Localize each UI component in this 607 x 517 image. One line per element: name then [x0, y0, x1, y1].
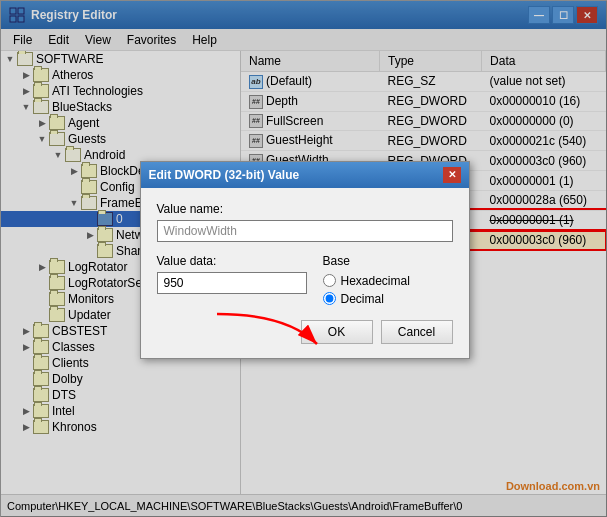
value-data-label: Value data:: [157, 254, 307, 268]
edit-dword-dialog: Edit DWORD (32-bit) Value ✕ Value name: …: [140, 161, 470, 359]
dialog-buttons: OK Cancel: [157, 316, 453, 348]
value-name-display: WindowWidth: [157, 220, 453, 242]
dialog-data-row: Value data: Base Hexadecimal: [157, 254, 453, 306]
dialog-close-button[interactable]: ✕: [443, 167, 461, 183]
hex-radio[interactable]: [323, 274, 336, 287]
dialog-title-bar: Edit DWORD (32-bit) Value ✕: [141, 162, 469, 188]
ok-button[interactable]: OK: [301, 320, 373, 344]
dec-radio[interactable]: [323, 292, 336, 305]
dialog-data-col: Value data:: [157, 254, 307, 294]
base-label: Base: [323, 254, 453, 268]
dialog-title: Edit DWORD (32-bit) Value: [149, 168, 300, 182]
value-data-input[interactable]: [157, 272, 307, 294]
base-radio-group: Hexadecimal Decimal: [323, 274, 453, 306]
cancel-button[interactable]: Cancel: [381, 320, 453, 344]
dialog-body: Value name: WindowWidth Value data: Base…: [141, 188, 469, 358]
value-name-label: Value name:: [157, 202, 453, 216]
hex-label: Hexadecimal: [341, 274, 410, 288]
dialog-overlay: Edit DWORD (32-bit) Value ✕ Value name: …: [1, 1, 607, 517]
dialog-base-col: Base Hexadecimal Decimal: [323, 254, 453, 306]
dec-radio-label[interactable]: Decimal: [323, 292, 453, 306]
hex-radio-label[interactable]: Hexadecimal: [323, 274, 453, 288]
dec-label: Decimal: [341, 292, 384, 306]
